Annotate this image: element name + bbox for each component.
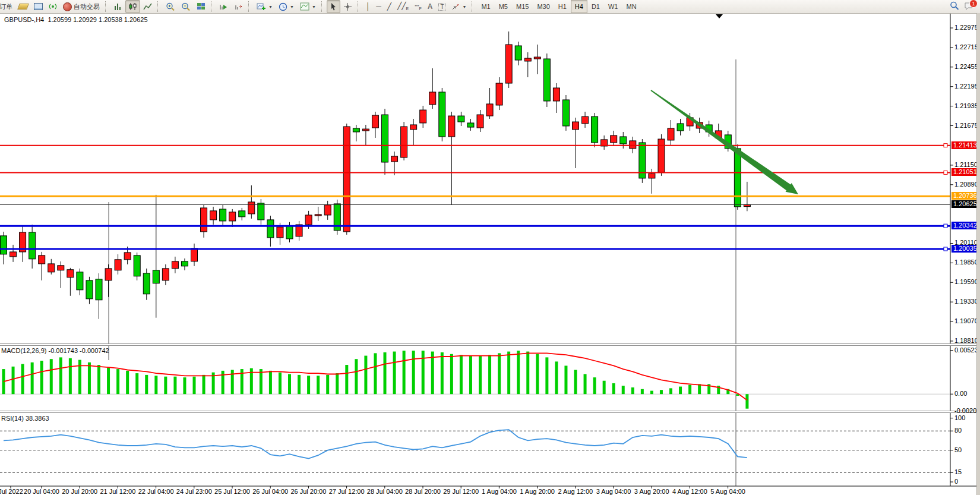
- timeframe-d1[interactable]: D1: [587, 0, 604, 13]
- line-chart-button[interactable]: [140, 0, 155, 13]
- chevron-down-icon: ▼: [268, 5, 273, 9]
- candle-body: [611, 135, 617, 143]
- gold-icon-button[interactable]: [15, 0, 31, 13]
- fibonacci-button[interactable]: ┄F: [412, 0, 425, 13]
- macd-histogram-bar: [164, 377, 167, 395]
- signal-icon: [49, 2, 57, 11]
- macd-histogram-bar: [479, 356, 482, 395]
- cursor-icon: [330, 2, 337, 11]
- chart-shift-button[interactable]: [231, 0, 246, 13]
- candle-body: [458, 116, 464, 122]
- timeframe-m30[interactable]: M30: [533, 0, 554, 13]
- templates-button[interactable]: ▼: [297, 0, 319, 13]
- macd-histogram-bar: [107, 367, 110, 394]
- text-button[interactable]: A: [425, 0, 436, 13]
- tile-windows-button[interactable]: [194, 0, 208, 13]
- main-toolbar: 订单 自动交易 ▼ ▼ ▼: [0, 0, 980, 14]
- candle-body: [305, 215, 312, 225]
- macd-histogram-bar: [135, 373, 138, 394]
- horizontal-line-button[interactable]: ─: [373, 0, 384, 13]
- zoom-in-button[interactable]: [163, 0, 178, 13]
- chart-canvas[interactable]: [0, 0, 980, 495]
- macd-histogram-bar: [21, 364, 24, 395]
- bar-chart-button[interactable]: [110, 0, 125, 13]
- macd-histogram-bar: [288, 374, 291, 394]
- toolbar-separator: [248, 1, 252, 12]
- new-order-button[interactable]: 订单: [0, 0, 15, 13]
- template-icon: [300, 2, 309, 11]
- toolbar-separator: [472, 1, 475, 12]
- terminal-icon-button[interactable]: [31, 0, 46, 13]
- macd-histogram-bar: [59, 357, 62, 394]
- zoom-out-button[interactable]: [178, 0, 194, 13]
- timeframe-h4[interactable]: H4: [571, 0, 587, 13]
- candle-body: [96, 279, 102, 300]
- candle-body: [734, 149, 741, 207]
- signals-icon-button[interactable]: [46, 0, 60, 13]
- chevron-down-icon: ▼: [312, 5, 316, 9]
- macd-histogram-bar: [40, 361, 43, 394]
- candle-body: [58, 266, 64, 270]
- candle-body: [77, 272, 83, 290]
- gold-icon: [17, 4, 29, 10]
- timeframe-mn[interactable]: MN: [622, 0, 640, 13]
- trendline-button[interactable]: ╱: [384, 0, 394, 13]
- candle-body: [553, 88, 559, 101]
- search-button[interactable]: [950, 1, 959, 12]
- line-drag-handle: [944, 144, 947, 147]
- macd-histogram-bar: [564, 365, 567, 394]
- autotrading-label: 自动交易: [74, 2, 100, 11]
- crosshair-button[interactable]: [340, 0, 355, 13]
- candle-body: [29, 232, 36, 259]
- macd-histogram-bar: [555, 361, 558, 394]
- candle-body: [286, 226, 293, 239]
- macd-histogram-bar: [364, 356, 367, 395]
- candle-body: [505, 45, 512, 83]
- new-chart-button[interactable]: ▼: [254, 0, 276, 13]
- arrows-button[interactable]: ▼: [448, 0, 469, 13]
- auto-scroll-button[interactable]: [216, 0, 231, 13]
- candle-body: [343, 127, 350, 232]
- toolbar-separator: [211, 1, 214, 12]
- macd-histogram-bar: [603, 381, 606, 394]
- search-icon: [950, 1, 959, 11]
- candle-body: [658, 139, 665, 172]
- macd-histogram-bar: [507, 352, 510, 395]
- periods-button[interactable]: ▼: [276, 0, 297, 13]
- chevron-down-icon: ▼: [290, 5, 294, 9]
- equidistant-channel-button[interactable]: ╱╱E: [394, 0, 412, 13]
- chart-window[interactable]: GBPUSD-,H4 1.20599 1.20929 1.20538 1.206…: [0, 13, 980, 495]
- candlestick-chart-button[interactable]: [125, 0, 140, 13]
- macd-histogram-bar: [412, 351, 415, 394]
- arrows-icon: [451, 3, 460, 11]
- timeframe-m5[interactable]: M5: [495, 0, 512, 13]
- macd-histogram-bar: [326, 375, 329, 394]
- timeframe-m15[interactable]: M15: [512, 0, 533, 13]
- line-drag-handle: [944, 171, 947, 174]
- timeframe-w1[interactable]: W1: [604, 0, 622, 13]
- chart-shift-icon: [234, 2, 243, 11]
- macd-histogram-bar: [97, 365, 100, 394]
- candle-body: [258, 203, 264, 220]
- candle-body: [248, 202, 255, 214]
- macd-histogram-bar: [612, 383, 615, 394]
- autotrading-button[interactable]: 自动交易: [60, 0, 103, 13]
- line-drag-handle: [944, 224, 947, 228]
- candle-body: [220, 209, 226, 221]
- cursor-button[interactable]: [327, 0, 340, 13]
- candle-body: [191, 248, 198, 261]
- timeframe-m1[interactable]: M1: [477, 0, 494, 13]
- macd-histogram-bar: [31, 362, 34, 394]
- candle-body: [201, 208, 207, 232]
- timeframe-h1[interactable]: H1: [554, 0, 571, 13]
- zoom-in-icon: [166, 2, 175, 11]
- macd-histogram-bar: [450, 354, 453, 394]
- new-order-label: 订单: [0, 2, 12, 11]
- macd-histogram-bar: [384, 352, 387, 394]
- auto-scroll-icon: [219, 2, 228, 11]
- candle-body: [620, 137, 627, 144]
- candle-body: [39, 256, 45, 264]
- text-label-button[interactable]: T: [435, 0, 448, 13]
- notifications-button[interactable]: 1: [964, 2, 974, 12]
- vertical-line-button[interactable]: │: [363, 0, 374, 13]
